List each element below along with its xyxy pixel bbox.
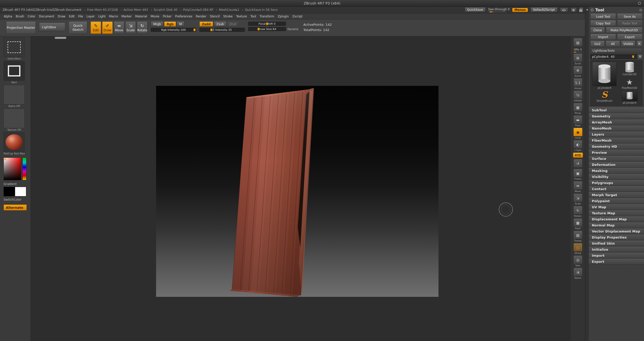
zsub-toggle[interactable]: Zsub (214, 22, 226, 27)
rgb-intensity-slider[interactable]: Rgb Intensity 100 (151, 28, 196, 32)
right-shelf-icon[interactable]: ◉ (573, 128, 582, 136)
right-shelf-item[interactable]: ▤ (573, 38, 582, 47)
right-shelf-item[interactable]: ⇉ Xpose (573, 268, 582, 279)
collapse-arrow-icon[interactable]: ◀ (586, 8, 588, 11)
current-stroke-thumb[interactable] (4, 61, 25, 81)
right-shelf-item[interactable]: ⊞ Scroll (573, 54, 582, 65)
mode-button[interactable]: ✐ Draw (102, 22, 113, 34)
right-shelf-item[interactable]: ⇲ Scale (573, 194, 582, 205)
right-shelf-item[interactable]: ◌ Ghost (573, 243, 582, 254)
load-tool-button[interactable]: Load Tool (590, 14, 616, 19)
menu-item[interactable]: Color (26, 15, 37, 18)
mode-button[interactable]: ⇹ Move (114, 22, 124, 34)
menu-item[interactable]: Movie (149, 15, 161, 18)
right-shelf-item[interactable]: ▩ PolyF (573, 219, 582, 230)
right-shelf-icon[interactable]: ▨ (573, 231, 582, 239)
right-shelf-item[interactable]: ↺ (573, 159, 582, 168)
tool-section-header[interactable]: Contact (589, 186, 644, 192)
main-color-swatch[interactable] (4, 187, 15, 196)
document-area[interactable] (31, 36, 570, 341)
right-shelf-item[interactable]: SPix 3 (574, 48, 582, 53)
tool-section-header[interactable]: Texture Map (589, 210, 644, 216)
hue-strip[interactable] (22, 158, 26, 180)
tool-section-header[interactable]: Deformation (589, 162, 644, 168)
menu-item[interactable]: Layer (85, 15, 96, 18)
menu-item[interactable]: Stencil (208, 15, 221, 18)
tool-section-header[interactable]: Import (589, 253, 644, 258)
tool-section-header[interactable]: Unified Skin (589, 241, 644, 246)
see-through-track[interactable] (488, 12, 506, 12)
save-as-button[interactable]: Save As (617, 14, 643, 19)
menu-item[interactable]: Preferences (173, 15, 194, 18)
right-shelf-icon[interactable]: ▦ (573, 103, 582, 112)
right-shelf-icon[interactable]: ▣ (573, 169, 582, 177)
alpha-thumb[interactable] (4, 85, 25, 104)
zcut-toggle[interactable]: Zcut (227, 22, 239, 27)
current-tool-slider[interactable]: pCylinder4. 40 (590, 54, 637, 59)
mode-button[interactable]: ⇲ Scale (125, 22, 136, 34)
tool-section-header[interactable]: Polygroups (589, 180, 644, 186)
right-shelf-icon[interactable]: ▬ (573, 116, 582, 124)
zadd-toggle[interactable]: Zadd (199, 22, 213, 27)
tool-section-header[interactable]: Display Properties (589, 234, 644, 240)
menu-item[interactable]: Document (37, 15, 56, 18)
right-shelf-item[interactable]: ▦ Persp (573, 103, 582, 114)
right-shelf-item[interactable]: ◐ L.Sym (573, 140, 582, 151)
tool-section-header[interactable]: Vector Displacement Map (589, 228, 644, 234)
dynamic-label[interactable]: Dynamic (287, 28, 299, 31)
lightbox-button[interactable]: LightBox (39, 23, 65, 31)
menu-item[interactable]: Render (194, 15, 208, 18)
rgb-toggle[interactable]: Rgb (164, 22, 176, 27)
mode-button[interactable]: ↻ Rotate (137, 22, 148, 34)
tool-section-header[interactable]: Polypaint (589, 198, 644, 204)
palette-collapse-gutter[interactable]: ◀ (585, 7, 589, 341)
right-shelf-icon[interactable]: ½ (573, 91, 582, 99)
right-shelf-icon[interactable]: ◎ (573, 256, 582, 264)
copy-tool-button[interactable]: Copy Tool (590, 20, 616, 26)
right-shelf-item[interactable]: 1:1 Actual (573, 78, 582, 90)
tool-section-header[interactable]: NanoMesh (589, 125, 644, 131)
texture-thumb[interactable] (4, 109, 25, 128)
document-scrollbar[interactable] (55, 37, 66, 39)
tool-section-header[interactable]: Geometry (589, 113, 644, 119)
keypad-icon[interactable]: ▦ (571, 8, 577, 12)
focal-shift-handle[interactable] (266, 22, 268, 25)
mode-button[interactable]: ✎ Edit (91, 22, 101, 34)
gradient-label[interactable]: Gradient (4, 182, 31, 186)
tool-section-header[interactable]: Morph Target (589, 192, 644, 198)
menu-item[interactable]: Brush (14, 15, 26, 18)
menu-item[interactable]: Alpha (2, 15, 14, 18)
document-canvas[interactable] (156, 86, 438, 297)
menu-item[interactable]: Zscript (290, 15, 304, 18)
tool-section-header[interactable]: Geometry HD (589, 144, 644, 149)
right-shelf-icon[interactable]: ↺ (573, 159, 582, 168)
draw-size-handle[interactable] (257, 28, 260, 31)
right-shelf-icon[interactable]: 1:1 (573, 78, 582, 87)
tool-section-header[interactable]: Initialize (589, 247, 644, 252)
goz-button[interactable]: GoZ (590, 41, 605, 47)
right-shelf-item[interactable]: ↻ Rotate (573, 206, 582, 217)
tool-section-header[interactable]: Displacement Map (589, 216, 644, 222)
menu-item[interactable]: Picker (161, 15, 173, 18)
tool-section-header[interactable]: UV Map (589, 204, 644, 210)
right-shelf-item[interactable]: ▬ Floor (573, 116, 582, 127)
menu-item[interactable]: Material (133, 15, 149, 18)
menus-toggle[interactable]: Menus (512, 8, 528, 12)
right-shelf-icon[interactable]: ◐ (573, 140, 582, 149)
draw-size-slider[interactable]: Draw Size 64 (248, 27, 286, 31)
right-shelf-item[interactable]: XYZ (573, 153, 583, 158)
saturation-value-square[interactable] (4, 158, 21, 180)
active-tool-thumb[interactable] (592, 62, 617, 86)
menu-item[interactable]: Transform (258, 15, 276, 18)
right-shelf-item[interactable]: ½ AAHalf (573, 91, 582, 102)
right-shelf-icon[interactable]: ▩ (573, 219, 582, 227)
goz-r-button[interactable]: R (636, 41, 642, 47)
tool-section-header[interactable]: Preview (589, 150, 644, 155)
menu-item[interactable]: Macro (107, 15, 120, 18)
menu-item[interactable]: Tool (249, 15, 258, 18)
right-shelf-icon[interactable]: ⇲ (573, 194, 582, 202)
right-shelf-icon[interactable]: ▤ (573, 38, 582, 47)
current-brush-thumb[interactable] (4, 37, 25, 57)
menu-item[interactable]: Light (96, 15, 107, 18)
right-shelf-item[interactable]: ▣ Frame (573, 169, 582, 180)
